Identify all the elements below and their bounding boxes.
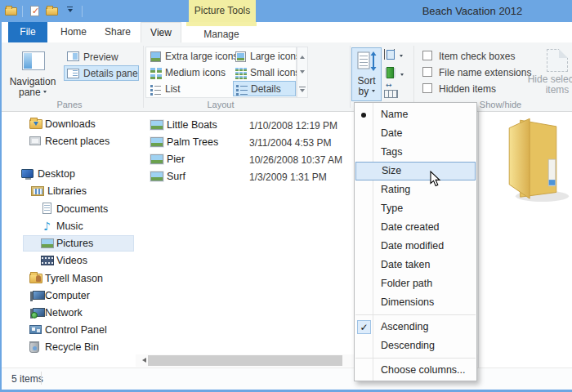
control-panel-icon: [29, 325, 42, 334]
gallery-scroll-down-icon[interactable]: [300, 70, 305, 76]
sidebar-item-recycle-bin[interactable]: Recycle Bin: [2, 339, 135, 355]
size-columns-icon: ↔: [384, 85, 397, 98]
contextual-tab-group-picture-tools: Picture Tools: [189, 0, 256, 22]
video-film-icon: [41, 256, 54, 265]
user-folder-icon: [29, 274, 42, 284]
layout-gallery: Extra large icons Large icons Medium ico…: [145, 47, 297, 98]
menu-item-descending[interactable]: Descending: [355, 336, 476, 355]
sidebar-item-control-panel[interactable]: Control Panel: [2, 322, 135, 338]
sidebar-item-label: Libraries: [47, 185, 87, 197]
tab-file[interactable]: File: [8, 22, 47, 42]
item-count: 5 items: [11, 373, 43, 385]
hidden-items-checkbox[interactable]: [422, 83, 432, 93]
window-border-left: [0, 22, 2, 390]
details-pane-label: Details pane: [83, 68, 138, 79]
layout-group-label: Layout: [176, 100, 266, 110]
sort-by-button[interactable]: Sort by: [351, 47, 382, 101]
list-view-icon: [150, 84, 162, 95]
tab-share[interactable]: Share: [96, 22, 139, 42]
details-pane-button[interactable]: Details pane: [64, 65, 139, 81]
sidebar-item-label: Recycle Bin: [45, 341, 99, 353]
menu-item-ascending[interactable]: Ascending: [355, 318, 476, 336]
sidebar-item-videos[interactable]: Videos: [2, 252, 135, 269]
menu-item-folder-path[interactable]: Folder path: [355, 274, 476, 293]
gallery-more-icon[interactable]: [299, 87, 306, 87]
gallery-more-arrow-icon[interactable]: [300, 89, 305, 95]
group-by-button[interactable]: [384, 49, 406, 64]
check-glyph: ✓: [32, 6, 39, 16]
layout-item-label: Extra large icons: [165, 49, 238, 65]
menu-item-date-modified[interactable]: Date modified: [355, 237, 476, 256]
sidebar-item-label: Computer: [45, 290, 90, 301]
sidebar-item-pictures[interactable]: Pictures: [23, 235, 134, 252]
image-file-icon: [150, 137, 163, 147]
menu-item-date-taken[interactable]: Date taken: [355, 256, 476, 274]
file-name-extensions-label[interactable]: File name extensions: [439, 67, 531, 78]
sidebar-item-label: Documents: [56, 203, 108, 215]
menu-item-tags[interactable]: Tags: [355, 143, 476, 162]
size-columns-to-fit-button[interactable]: ↔: [384, 85, 406, 100]
tab-manage[interactable]: Manage: [186, 26, 257, 42]
layout-item-label: Details: [251, 82, 281, 97]
menu-item-dimensions[interactable]: Dimensions: [355, 293, 476, 312]
layout-item-label: Large icons: [250, 49, 301, 65]
customize-qat-dropdown-icon[interactable]: [68, 9, 73, 15]
navigation-pane-button[interactable]: Navigation pane: [7, 47, 59, 101]
menu-item-date-created[interactable]: Date created: [355, 218, 476, 237]
ribbon-view: Navigation pane Preview pane Details pan…: [0, 42, 572, 112]
properties-check-icon[interactable]: ✓: [30, 6, 39, 16]
hide-selected-items-button[interactable]: Hide selected items: [525, 47, 572, 105]
desktop-monitor-icon: [21, 169, 34, 178]
menu-item-name[interactable]: Name: [355, 105, 476, 124]
sidebar-item-network[interactable]: Network: [2, 305, 135, 321]
menu-item-size[interactable]: Size: [355, 162, 476, 180]
menu-item-type[interactable]: Type: [355, 199, 476, 218]
layout-details[interactable]: Details: [233, 81, 296, 96]
new-folder-icon[interactable]: [46, 7, 58, 16]
explorer-folder-icon[interactable]: [5, 7, 17, 16]
sidebar-item-recent-places[interactable]: Recent places: [2, 133, 135, 149]
file-name-extensions-checkbox[interactable]: [422, 67, 432, 77]
medium-icons-icon: [150, 68, 162, 79]
sidebar-item-documents[interactable]: Documents: [2, 201, 135, 217]
tab-home[interactable]: Home: [51, 22, 96, 42]
sidebar-item-downloads[interactable]: Downloads: [2, 116, 135, 132]
layout-medium-icons[interactable]: Medium icons: [148, 65, 231, 81]
status-bar: 5 items: [0, 368, 572, 390]
layout-item-label: List: [165, 82, 181, 97]
file-date-modified: 1/3/2009 1:31 PM: [249, 172, 327, 183]
add-columns-button[interactable]: [384, 67, 406, 82]
scrollbar-thumb[interactable]: [148, 355, 342, 366]
layout-large-icons[interactable]: Large icons: [233, 49, 295, 65]
ribbon-tab-row: File Home Share View Manage: [0, 22, 572, 42]
sidebar-item-desktop[interactable]: Desktop: [2, 166, 135, 182]
sidebar-item-label: Network: [45, 307, 83, 318]
dropdown-arrow-icon: [372, 90, 375, 94]
scroll-left-arrow-icon[interactable]: [140, 358, 146, 363]
layout-small-icons[interactable]: Small icons: [233, 65, 295, 81]
layout-list[interactable]: List: [148, 82, 231, 97]
menu-item-date[interactable]: Date: [355, 124, 476, 143]
file-date-modified: 10/26/2008 10:37 AM: [249, 154, 342, 166]
menu-item-choose-columns[interactable]: Choose columns...: [355, 361, 476, 380]
dropdown-arrow-icon: [400, 55, 403, 59]
layout-item-label: Small icons: [250, 65, 300, 81]
sidebar-item-music[interactable]: ♪ Music: [2, 218, 135, 234]
hidden-items-label[interactable]: Hidden items: [439, 83, 496, 95]
sidebar-item-tyrell-mason[interactable]: Tyrell Mason: [2, 270, 135, 287]
file-date-modified: 3/11/2004 4:53 PM: [249, 137, 332, 149]
item-check-boxes-checkbox[interactable]: [422, 51, 432, 60]
sidebar-item-label: Downloads: [45, 118, 96, 130]
layout-extra-large-icons[interactable]: Extra large icons: [148, 49, 231, 65]
menu-item-rating[interactable]: Rating: [355, 180, 476, 199]
sidebar-item-computer[interactable]: Computer: [2, 287, 135, 304]
file-name: Surf: [167, 171, 185, 182]
sidebar-item-label: Tyrell Mason: [45, 273, 103, 284]
tab-view[interactable]: View: [141, 22, 181, 42]
navigation-pane: Downloads Recent places Desktop Librarie…: [2, 112, 135, 368]
gallery-scroll-up-icon[interactable]: [300, 53, 305, 59]
details-pane-icon: [67, 69, 79, 78]
sidebar-item-libraries[interactable]: Libraries: [2, 183, 135, 199]
item-check-boxes-label[interactable]: Item check boxes: [439, 51, 515, 62]
preview-pane-button[interactable]: Preview pane: [64, 48, 139, 64]
